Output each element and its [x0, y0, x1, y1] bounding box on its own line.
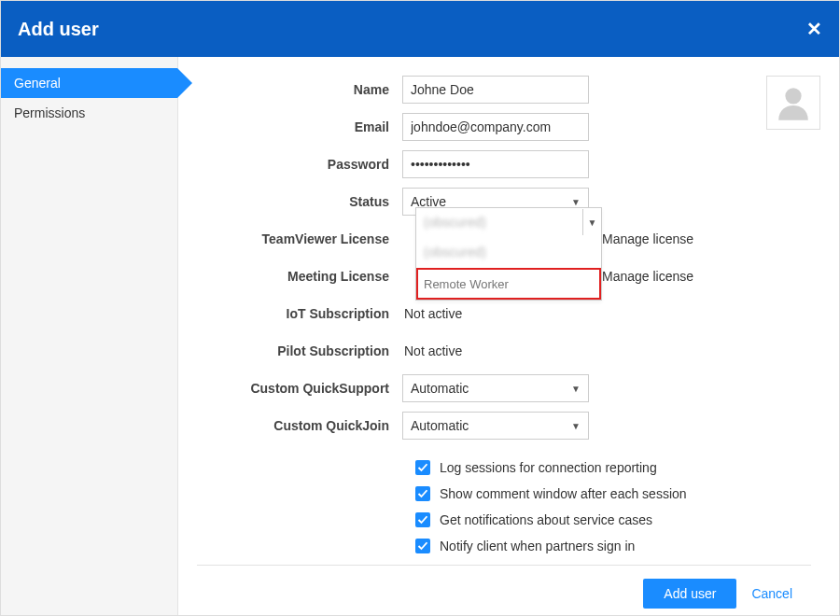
iot-subscription-value: Not active — [402, 306, 462, 321]
teamviewer-license-dropdown: (obscured) ▼ (obscured) Remote Worker — [415, 207, 602, 301]
dialog-body: General Permissions Name Email — [1, 57, 839, 615]
tab-permissions[interactable]: Permissions — [1, 98, 177, 128]
tab-label: Permissions — [14, 105, 85, 120]
checkbox-show-comment-row: Show comment window after each session — [415, 486, 820, 501]
checkbox-log-sessions[interactable] — [415, 460, 430, 475]
teamviewer-license-label: TeamViewer License — [188, 231, 402, 246]
cqs-value: Automatic — [411, 381, 469, 396]
license-option-remote-worker[interactable]: Remote Worker — [416, 268, 601, 300]
custom-quicksupport-select[interactable]: Automatic ▼ — [402, 374, 589, 402]
tab-label: General — [14, 76, 61, 91]
password-input[interactable] — [402, 150, 589, 178]
avatar[interactable] — [766, 76, 820, 130]
form-area: Name Email Password — [178, 57, 839, 615]
checkbox-show-comment[interactable] — [415, 486, 430, 501]
chevron-down-icon: ▼ — [582, 209, 601, 235]
dialog-header: Add user ✕ — [1, 1, 839, 57]
add-user-dialog: Add user ✕ General Permissions Name E — [0, 0, 840, 616]
teamviewer-license-value: (obscured) — [416, 215, 494, 230]
manage-license-link-meeting[interactable]: Manage license — [602, 269, 693, 284]
status-label: Status — [188, 194, 402, 209]
pilot-subscription-label: Pilot Subscription — [188, 343, 402, 358]
checkbox-label: Get notifications about service cases — [440, 512, 652, 527]
checkbox-label: Notify client when partners sign in — [440, 539, 635, 553]
custom-quicksupport-label: Custom QuickSupport — [188, 381, 402, 396]
meeting-license-label: Meeting License — [188, 269, 402, 284]
checkbox-label: Log sessions for connection reporting — [440, 460, 657, 475]
cancel-button[interactable]: Cancel — [751, 586, 792, 601]
checkbox-label: Show comment window after each session — [440, 486, 687, 501]
checkbox-notify-client[interactable] — [415, 539, 430, 553]
chevron-down-icon: ▼ — [571, 384, 581, 394]
checkbox-notifications-row: Get notifications about service cases — [415, 512, 820, 527]
pilot-subscription-value: Not active — [402, 343, 462, 358]
custom-quickjoin-select[interactable]: Automatic ▼ — [402, 412, 589, 440]
chevron-down-icon: ▼ — [571, 197, 581, 207]
add-user-button[interactable]: Add user — [643, 579, 736, 609]
checkbox-log-sessions-row: Log sessions for connection reporting — [415, 460, 820, 475]
form-scroll: Name Email Password — [188, 76, 820, 565]
email-input[interactable] — [402, 113, 589, 141]
close-icon[interactable]: ✕ — [806, 18, 822, 40]
dialog-title: Add user — [18, 19, 99, 40]
manage-license-link-tv[interactable]: Manage license — [602, 231, 693, 246]
name-label: Name — [188, 82, 402, 97]
name-input[interactable] — [402, 76, 589, 104]
chevron-down-icon: ▼ — [571, 421, 581, 431]
teamviewer-license-select[interactable]: (obscured) ▼ — [416, 208, 601, 236]
svg-point-0 — [785, 88, 801, 104]
checkbox-notifications[interactable] — [415, 512, 430, 527]
license-option-obscured[interactable]: (obscured) — [416, 236, 601, 268]
dialog-footer: Add user Cancel — [197, 565, 811, 615]
iot-subscription-label: IoT Subscription — [188, 306, 402, 321]
checkbox-notify-client-row: Notify client when partners sign in — [415, 539, 820, 553]
cqj-value: Automatic — [411, 418, 469, 433]
avatar-placeholder-icon — [772, 81, 815, 124]
sidebar: General Permissions — [1, 57, 178, 615]
password-label: Password — [188, 157, 402, 172]
tab-general[interactable]: General — [1, 68, 177, 98]
email-label: Email — [188, 119, 402, 134]
custom-quickjoin-label: Custom QuickJoin — [188, 418, 402, 433]
